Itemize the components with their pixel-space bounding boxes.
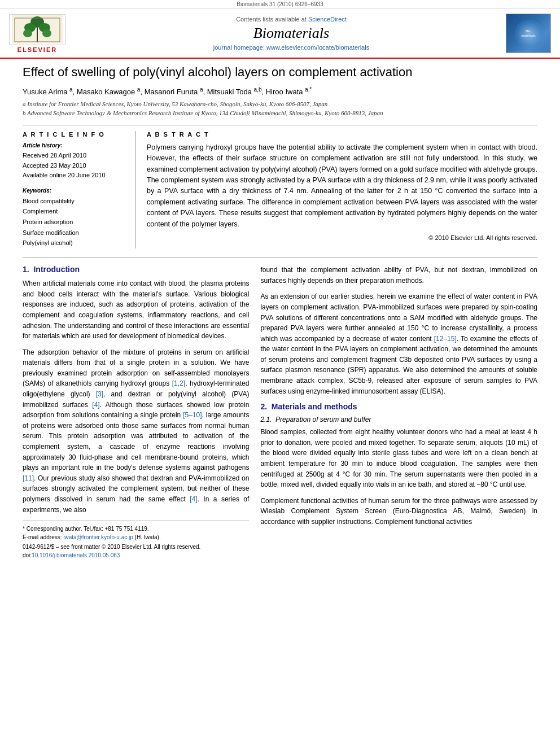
header-center: Contents lists available at ScienceDirec… [88,16,495,51]
ref-3[interactable]: [3] [96,390,103,398]
copyright-line: © 2010 Elsevier Ltd. All rights reserved… [147,234,537,241]
section1-title: 1. Introduction [23,265,249,274]
footnote-section: * Corresponding author. Tel./fax: +81 75… [23,521,249,541]
history-label: Article history: [23,142,126,148]
footnote-star-line: * Corresponding author. Tel./fax: +81 75… [23,525,249,533]
affiliation-a: a Institute for Frontier Medical Science… [23,99,537,109]
author-mitsuaki: Mitsuaki Toda a,b, [207,88,266,96]
received-date: Received 28 April 2010 [23,151,126,161]
journal-header: ELSEVIER Contents lists available at Sci… [0,9,560,59]
authors-line: Yusuke Arima a, Masako Kawagoe a, Masano… [23,86,537,96]
sciencedirect-prefix: Contents lists available at [236,16,307,23]
keyword-4: Surface modification [23,228,126,238]
section2-title: 2. Materials and methods [260,402,537,411]
journal-homepage: journal homepage: www.elsevier.com/locat… [88,44,495,51]
header-left: ELSEVIER [9,14,88,53]
elsevier-logo-svg [12,15,63,43]
issn-text: 0142-9612/$ – see front matter © 2010 El… [23,544,200,550]
ref-1-2[interactable]: [1,2] [172,379,185,387]
keyword-1: Blood compatibility [23,196,126,207]
header-right: Bio materials [495,14,551,53]
abstract-heading: A B S T R A C T [147,131,537,138]
footnote-star-text: * Corresponding author. Tel./fax: +81 75… [23,526,149,532]
section2-1-heading: 2.1. Preparation of serum and buffer [260,416,537,423]
affiliation-b: b Advanced Software Technology & Mechatr… [23,108,537,118]
ref-4b[interactable]: [4] [190,495,197,503]
article-content: Effect of swelling of poly(vinyl alcohol… [0,59,560,570]
ref-12-15[interactable]: [12–15] [434,335,457,343]
ref-4[interactable]: [4] [92,401,99,409]
keyword-5: Poly(vinyl alcohol) [23,238,126,248]
elsevier-logo: ELSEVIER [9,14,65,53]
available-date: Available online 20 June 2010 [23,171,126,181]
info-abstract-row: A R T I C L E I N F O Article history: R… [23,125,537,248]
biomaterials-cover: Bio materials [506,14,551,53]
elsevier-label: ELSEVIER [18,46,57,53]
abstract-section: A B S T R A C T Polymers carrying hydrox… [147,131,537,248]
footnote-email-line: E-mail address: iwata@frontier.kyoto-u.a… [23,533,249,541]
journal-title: Biomaterials [88,25,495,42]
section2-1-text2: Complement functional activities of huma… [260,496,537,527]
doi-line: doi:10.1016/j.biomaterials.2010.05.063 [23,552,249,558]
journal-citation: Biomaterials 31 (2010) 6926–6933 [237,1,323,7]
doi-label: doi: [23,552,32,558]
article-info-column: A R T I C L E I N F O Article history: R… [23,131,135,248]
keywords-list: Blood compatibility Complement Protein a… [23,196,126,248]
ref-5-10[interactable]: [5–10] [183,411,202,419]
issn-line: 0142-9612/$ – see front matter © 2010 El… [23,544,249,550]
author-yusuke: Yusuke Arima a, [23,88,77,96]
article-info-heading: A R T I C L E I N F O [23,131,126,138]
svg-point-5 [23,29,32,37]
body-left-column: 1. Introduction When artificial material… [23,265,249,558]
section1-title-text: Introduction [33,265,80,274]
footnote-email-link[interactable]: iwata@frontier.kyoto-u.ac.jp [63,534,133,540]
keywords-label: Keywords: [23,187,126,194]
footnote-name-ref: (H. Iwata). [135,534,161,540]
section2-number: 2. [260,402,267,411]
intro-right-para1: found that the complement activation abi… [260,265,537,286]
author-masanori: Masanori Furuta a, [145,88,207,96]
keyword-3: Protein adsorption [23,217,126,228]
doi-link[interactable]: 10.1016/j.biomaterials.2010.05.063 [32,552,120,558]
section2-1-text1: Blood samples, collected from eight heal… [260,427,537,490]
logo-box [9,14,65,45]
body-right-column: found that the complement activation abi… [260,265,537,558]
intro-para1: When artificial materials come into cont… [23,278,249,342]
sciencedirect-link[interactable]: ScienceDirect [308,16,347,23]
footnote-email-text: E-mail address: [23,534,63,540]
article-body: 1. Introduction When artificial material… [23,257,537,558]
section2-title-text: Materials and methods [272,402,357,411]
intro-right-para2: As an extension of our earlier studies, … [260,291,537,396]
section2-1-title-text: Preparation of serum and buffer [275,416,371,423]
author-hiroo: Hiroo Iwata a,* [266,88,312,96]
cover-text: Bio materials [521,29,536,38]
author-masako: Masako Kawagoe a, [77,88,145,96]
section1-number: 1. [23,265,29,274]
article-title: Effect of swelling of poly(vinyl alcohol… [23,64,537,81]
sciencedirect-line: Contents lists available at ScienceDirec… [88,16,495,23]
intro-para2: The adsorption behavior of the mixture o… [23,347,249,516]
accepted-date: Accepted 23 May 2010 [23,161,126,171]
keyword-2: Complement [23,206,126,217]
svg-point-6 [42,29,51,37]
page-wrapper: Biomaterials 31 (2010) 6926–6933 [0,0,560,747]
ref-11[interactable]: [11] [23,474,34,482]
page-number-bar: Biomaterials 31 (2010) 6926–6933 [0,0,560,9]
section2-1-number: 2.1. [260,416,272,423]
abstract-text: Polymers carrying hydroxyl groups have t… [147,142,537,230]
affiliations: a Institute for Frontier Medical Science… [23,99,537,118]
dates-info: Received 28 April 2010 Accepted 23 May 2… [23,151,126,181]
